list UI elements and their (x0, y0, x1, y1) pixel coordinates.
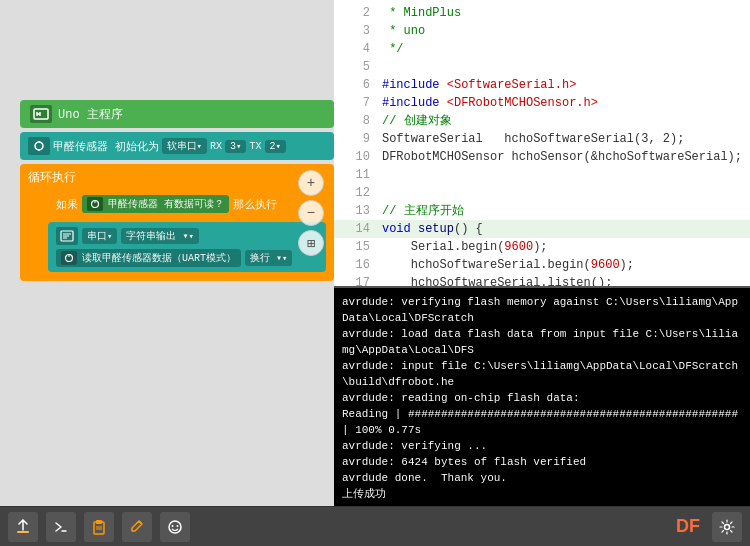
line-num-17: 17 (342, 274, 370, 286)
terminal-panel[interactable]: avrdude: verifying flash memory against … (334, 286, 750, 506)
terminal-line-4: avrdude: reading on-chip flash data: (342, 390, 742, 406)
loop-label: 循环执行 (28, 171, 76, 185)
df-logo: DF (676, 516, 700, 537)
left-panel: Uno 主程序 甲醛传感器 初始化为 软串口 RX 3 TX 2 循环执行 (0, 0, 334, 506)
if-block[interactable]: 如果 甲醛传感器 有数据可读？ 那么执行 (48, 190, 326, 218)
terminal-progress: Reading | ##############################… (342, 406, 742, 438)
code-line-4: 4 */ (334, 40, 750, 58)
terminal-line-8: avrdude: 6424 bytes of flash verified (342, 454, 742, 470)
zoom-in-btn[interactable]: + (298, 170, 324, 196)
read-icon (61, 251, 77, 265)
clipboard-btn[interactable] (84, 512, 114, 542)
line-content-3: * uno (382, 22, 425, 40)
terminal-line-7: avrdude: verifying ... (342, 438, 742, 454)
sensor-init-block[interactable]: 甲醛传感器 初始化为 软串口 RX 3 TX 2 (20, 132, 334, 160)
if-label: 如果 (56, 197, 78, 212)
uno-label: Uno 主程序 (58, 106, 123, 123)
right-panel: 2 * MindPlus 3 * uno 4 */ 5 6 #include <… (334, 0, 750, 506)
line-num-10: 10 (342, 148, 370, 166)
zoom-out-btn[interactable]: − (298, 200, 324, 226)
line-num-8: 8 (342, 112, 370, 130)
code-line-11: 11 (334, 166, 750, 184)
loop-body: 如果 甲醛传感器 有数据可读？ 那么执行 (48, 190, 326, 272)
main-content: Uno 主程序 甲醛传感器 初始化为 软串口 RX 3 TX 2 循环执行 (0, 0, 750, 506)
line-content-14: void setup() { (382, 220, 483, 238)
run-dropdown[interactable]: 换行 ▾ (245, 250, 292, 266)
code-line-8: 8 // 创建对象 (334, 112, 750, 130)
line-num-14: 14 (342, 220, 370, 238)
rx-label: RX (210, 141, 222, 152)
sensor-check-block[interactable]: 甲醛传感器 有数据可读？ (82, 195, 229, 213)
terminal-success: 上传成功 (342, 486, 742, 502)
svg-point-22 (169, 521, 181, 533)
edit-btn[interactable] (122, 512, 152, 542)
uno-icon (30, 105, 52, 123)
line-content-6: #include <SoftwareSerial.h> (382, 76, 576, 94)
line-num-6: 6 (342, 76, 370, 94)
settings-btn[interactable] (712, 512, 742, 542)
line-content-2: * MindPlus (382, 4, 461, 22)
line-num-5: 5 (342, 58, 370, 76)
terminal-line-2: avrdude: load data flash data from input… (342, 326, 742, 358)
read-data-block[interactable]: 读取甲醛传感器数据（UART模式） (56, 249, 241, 267)
code-line-15: 15 Serial.begin(9600); (334, 238, 750, 256)
svg-point-25 (725, 524, 730, 529)
sensor-check-label: 甲醛传感器 有数据可读？ (108, 197, 224, 211)
line-content-17: hchoSoftwareSerial.listen(); (382, 274, 612, 286)
string-concat-dropdown[interactable]: 字符串输出 ▾ (121, 228, 198, 244)
serial-icon (56, 227, 78, 245)
sensor-icon (28, 137, 50, 155)
code-editor[interactable]: 2 * MindPlus 3 * uno 4 */ 5 6 #include <… (334, 0, 750, 286)
code-line-9: 9 SoftwareSerial hchoSoftwareSerial(3, 2… (334, 130, 750, 148)
line-num-13: 13 (342, 202, 370, 220)
sensor-init-label: 甲醛传感器 初始化为 (53, 139, 159, 154)
compile-btn[interactable] (46, 512, 76, 542)
code-line-2: 2 * MindPlus (334, 4, 750, 22)
svg-rect-15 (17, 531, 29, 533)
line-num-3: 3 (342, 22, 370, 40)
line-num-7: 7 (342, 94, 370, 112)
serial-type-dropdown[interactable]: 软串口 (162, 138, 207, 154)
face-btn[interactable] (160, 512, 190, 542)
line-num-11: 11 (342, 166, 370, 184)
line-content-7: #include <DFRobotMCHOSensor.h> (382, 94, 598, 112)
code-line-17: 17 hchoSoftwareSerial.listen(); (334, 274, 750, 286)
uno-main-block[interactable]: Uno 主程序 (20, 100, 334, 128)
line-content-13: // 主程序开始 (382, 202, 464, 220)
terminal-line-3: avrdude: input file C:\Users\liliamg\App… (342, 358, 742, 390)
line-content-10: DFRobotMCHOSensor hchoSensor(&hchoSoftwa… (382, 148, 742, 166)
svg-point-4 (35, 142, 43, 150)
code-line-12: 12 (334, 184, 750, 202)
line-content-4: */ (382, 40, 404, 58)
zoom-reset-btn[interactable]: ⊞ (298, 230, 324, 256)
check-icon (87, 197, 103, 211)
line-content-16: hchoSoftwareSerial.begin(9600); (382, 256, 634, 274)
line-num-16: 16 (342, 256, 370, 274)
tx-label: TX (249, 141, 261, 152)
code-line-16: 16 hchoSoftwareSerial.begin(9600); (334, 256, 750, 274)
rx-dropdown[interactable]: 3 (225, 140, 246, 153)
code-line-7: 7 #include <DFRobotMCHOSensor.h> (334, 94, 750, 112)
code-line-6: 6 #include <SoftwareSerial.h> (334, 76, 750, 94)
code-line-3: 3 * uno (334, 22, 750, 40)
line-content-9: SoftwareSerial hchoSoftwareSerial(3, 2); (382, 130, 684, 148)
terminal-line-1: avrdude: verifying flash memory against … (342, 294, 742, 326)
upload-btn[interactable] (8, 512, 38, 542)
svg-point-24 (177, 525, 179, 527)
code-line-14: 14 void setup() { (334, 220, 750, 238)
loop-block[interactable]: 循环执行 如果 甲醛传感器 有数据可读？ 那么执行 (20, 164, 334, 281)
terminal-line-10: avrdude done. Thank you. (342, 470, 742, 486)
line-content-15: Serial.begin(9600); (382, 238, 548, 256)
svg-rect-18 (96, 520, 102, 524)
bottom-toolbar: DF (0, 506, 750, 546)
svg-line-21 (139, 521, 142, 524)
line-num-9: 9 (342, 130, 370, 148)
line-num-4: 4 (342, 40, 370, 58)
port-dropdown[interactable]: 串口 (82, 228, 117, 244)
serial-output-block[interactable]: 串口 字符串输出 ▾ 读取甲醛传感器数据（UART模式） 换行 ▾ (48, 222, 326, 272)
code-line-13: 13 // 主程序开始 (334, 202, 750, 220)
line-num-12: 12 (342, 184, 370, 202)
tx-dropdown[interactable]: 2 (265, 140, 286, 153)
read-data-label: 读取甲醛传感器数据（UART模式） (82, 251, 236, 265)
svg-point-23 (172, 525, 174, 527)
